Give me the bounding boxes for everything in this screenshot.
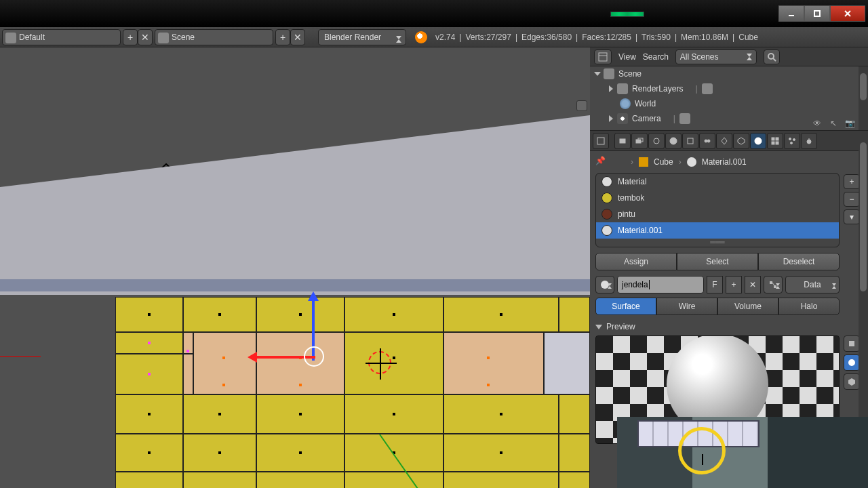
shading-wire-button[interactable]: Wire [656,298,717,315]
material-slot[interactable]: Material [596,174,839,190]
deselect-button[interactable]: Deselect [758,253,840,270]
preview-flat-button[interactable] [844,336,860,352]
material-name: pintu [618,209,635,219]
renderlayers-icon [617,83,628,94]
breadcrumb-object[interactable]: Cube [654,157,673,167]
tab-object[interactable] [682,133,698,149]
scene-selector[interactable]: Scene [155,29,273,45]
outliner-filter-select[interactable]: All Scenes [675,49,757,64]
stat-faces: Faces:12/285 [582,33,631,42]
tab-modifiers[interactable] [716,133,732,149]
assign-button[interactable]: Assign [595,253,677,270]
svg-rect-1 [814,11,820,16]
stat-tris: Tris:590 [642,33,671,42]
material-name-input[interactable]: jendela [617,276,704,293]
properties-tabs [590,131,868,151]
scrollbar-thumb[interactable] [860,73,867,100]
window-minimize-button[interactable] [778,5,804,22]
tab-constraints[interactable] [699,133,715,149]
mesh-wall[interactable] [0,290,590,488]
scene-remove-button[interactable]: ✕ [290,29,305,45]
viewport-plus-widget[interactable] [576,100,587,111]
outliner-scrollbar[interactable] [859,66,868,130]
scrollbar-thumb[interactable] [860,142,867,291]
link-data-select[interactable]: Data [785,276,840,293]
disclosure-icon[interactable] [609,85,613,92]
material-slot[interactable]: tembok [596,190,839,206]
svg-rect-21 [772,138,774,140]
material-slot-list[interactable]: Material tembok pintu Material.001 ═══ [595,173,840,247]
nodes-button[interactable] [764,276,783,293]
material-specials-button[interactable]: ▾ [844,209,860,224]
renderable-camera-icon[interactable]: 📷 [844,118,856,129]
gizmo-center[interactable] [304,346,324,367]
outliner-search-icon[interactable] [764,49,780,64]
shading-volume-button[interactable]: Volume [717,298,778,315]
shading-halo-button[interactable]: Halo [778,298,840,315]
scene-add-button[interactable]: + [275,29,290,45]
material-slot[interactable]: pintu [596,206,839,222]
scene-stats: v2.74 | Verts:27/297 | Edges:36/580 | Fa… [408,31,868,43]
layout-remove-button[interactable]: ✕ [138,29,153,45]
material-remove-button[interactable]: − [844,192,860,207]
outliner-item-world[interactable]: World [590,96,868,111]
outliner-item-renderlayers[interactable]: RenderLayers | [590,81,868,96]
svg-point-33 [848,359,855,366]
layout-selector[interactable]: Default [2,29,121,45]
material-name: tembok [618,193,644,203]
layout-add-button[interactable]: + [123,29,138,45]
camera-icon [617,113,628,124]
svg-rect-32 [849,341,854,346]
shading-surface-button[interactable]: Surface [595,298,656,315]
pin-icon[interactable]: 📌 [595,156,608,168]
tab-render[interactable] [614,133,631,149]
tab-world[interactable] [665,133,682,149]
tab-data[interactable] [733,133,749,149]
tab-texture[interactable] [767,133,783,149]
material-browse-button[interactable] [595,276,614,293]
tab-renderlayers[interactable] [631,133,648,149]
svg-point-17 [705,140,707,142]
outliner-item-scene[interactable]: Scene [590,66,868,81]
editor-type-icon[interactable] [593,133,609,149]
visibility-eye-icon[interactable]: 👁 [811,118,823,129]
tab-physics[interactable] [801,133,817,149]
material-add-button[interactable]: + [844,174,860,189]
breadcrumb-material[interactable]: Material.001 [702,157,747,167]
disclosure-icon[interactable] [595,325,602,329]
preview-panel-header[interactable]: Preview [595,322,863,331]
window-close-button[interactable] [830,5,865,22]
material-new-button[interactable]: + [726,276,742,293]
render-engine-selector[interactable]: Blender Render [318,29,406,45]
3d-viewport[interactable] [0,47,590,488]
material-name: Material [618,177,647,186]
camera-data-icon [679,113,690,124]
disclosure-icon[interactable] [594,72,601,76]
material-slot[interactable]: Material.001 [596,222,839,239]
editor-type-icon[interactable] [594,49,612,64]
outliner[interactable]: Scene RenderLayers | World Camera | [590,66,868,131]
preview-cube-button[interactable] [844,373,860,390]
tab-scene[interactable] [648,133,665,149]
disclosure-icon[interactable] [609,115,613,122]
window-maximize-button[interactable] [804,5,830,22]
svg-point-25 [789,138,791,140]
outliner-search-menu[interactable]: Search [643,52,669,62]
svg-point-15 [670,138,677,144]
mesh-icon [613,156,625,168]
select-button[interactable]: Select [677,253,758,270]
selectable-cursor-icon[interactable]: ↖ [827,118,840,129]
list-resize-handle[interactable]: ═══ [596,239,839,247]
fake-user-button[interactable]: F [707,276,723,293]
3d-cursor[interactable] [368,351,391,374]
tab-particles[interactable] [784,133,800,149]
outliner-label: RenderLayers [632,84,683,94]
svg-rect-10 [597,138,604,144]
tab-material[interactable] [750,133,766,149]
material-unlink-button[interactable]: ✕ [745,276,761,293]
preview-sphere-button[interactable] [844,354,860,371]
stat-verts: Verts:27/297 [465,33,511,42]
outliner-view-menu[interactable]: View [618,52,636,62]
renderlayer-sub-icon [702,83,713,94]
svg-point-14 [654,138,659,144]
